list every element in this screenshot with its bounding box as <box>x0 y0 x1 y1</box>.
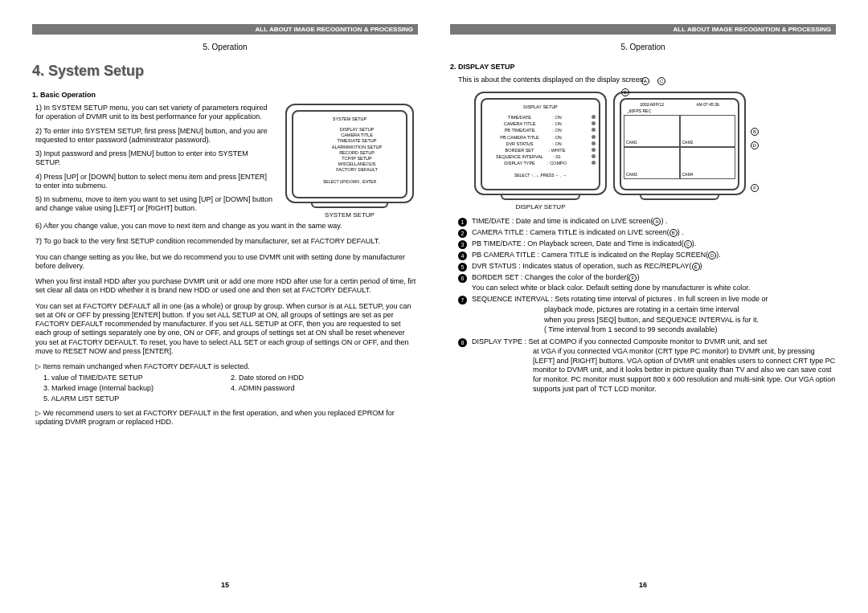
step-1: 1) In SYSTEM SETUP menu, you can set var… <box>35 104 275 122</box>
step-2: 2) To enter into SYSTEM SETUP, first pre… <box>35 127 275 145</box>
crt-system-setup: SYSTEM SETUP DISPLAY SETUP CAMERA TITLE … <box>281 104 418 219</box>
step-7: 7) To go back to the very first SETUP co… <box>35 237 418 246</box>
chapter-link-right: 5. Operation <box>450 43 836 51</box>
label-d: D <box>751 141 759 149</box>
items-unchanged-note: ▷ Items remain unchanged when FACTORY DE… <box>35 362 418 370</box>
step-3: 3) Input password and press [MENU] butto… <box>35 149 275 168</box>
crt1-title: SYSTEM SETUP <box>297 116 403 122</box>
label-e: E <box>621 88 629 96</box>
page-number-right: 16 <box>450 581 836 589</box>
header-bar-left: ALL ABOUT IMAGE RECOGNITION & PROCESSING <box>32 24 418 35</box>
page-right: ALL ABOUT IMAGE RECOGNITION & PROCESSING… <box>434 24 852 589</box>
label-a: A <box>641 77 649 85</box>
step-4: 4) Press [UP] or [DOWN] button to select… <box>35 173 275 191</box>
chapter-link-left: 5. Operation <box>32 43 418 51</box>
para-factory-default: You can set at FACTORY DEFAULT all in on… <box>35 302 418 357</box>
page-left: ALL ABOUT IMAGE RECOGNITION & PROCESSING… <box>16 24 434 589</box>
subhead-display-setup: 2. DISPLAY SETUP <box>450 63 836 71</box>
label-c: C <box>657 77 665 85</box>
recommend-note: ▷ We recommend users to set at FACTORY D… <box>35 409 418 427</box>
page-number-left: 15 <box>32 581 418 589</box>
crt-quad-view: 2002/ARP/12AM 07:45:36 _60FPS REC CAM1 C… <box>613 92 746 210</box>
crt-display-caption: DISPLAY SETUP <box>474 203 607 210</box>
para-first-hdd: When you first install HDD after you pur… <box>35 277 418 296</box>
label-b: B <box>751 128 759 136</box>
crt-display-setup-menu: DISPLAY SETUP TIME/DATE: ON CAMERA TITLE… <box>474 92 607 210</box>
numbered-explanations: 1TIME/DATE : Date and time is indicated … <box>458 217 836 394</box>
label-f: F <box>751 184 759 192</box>
basic-steps-col: 1) In SYSTEM SETUP menu, you can set var… <box>32 104 275 219</box>
section-title: 4. System Setup <box>32 63 418 80</box>
crt1-caption: SYSTEM SETUP <box>281 211 418 219</box>
para-settings-like: You can change setting as you like, but … <box>35 253 418 272</box>
subhead-basic-operation: 1. Basic Operation <box>32 91 418 99</box>
step-5: 5) In submenu, move to item you want to … <box>35 195 275 214</box>
header-bar-right: ALL ABOUT IMAGE RECOGNITION & PROCESSING <box>450 24 836 35</box>
step-6: 6) After you change value, you can move … <box>35 222 418 231</box>
